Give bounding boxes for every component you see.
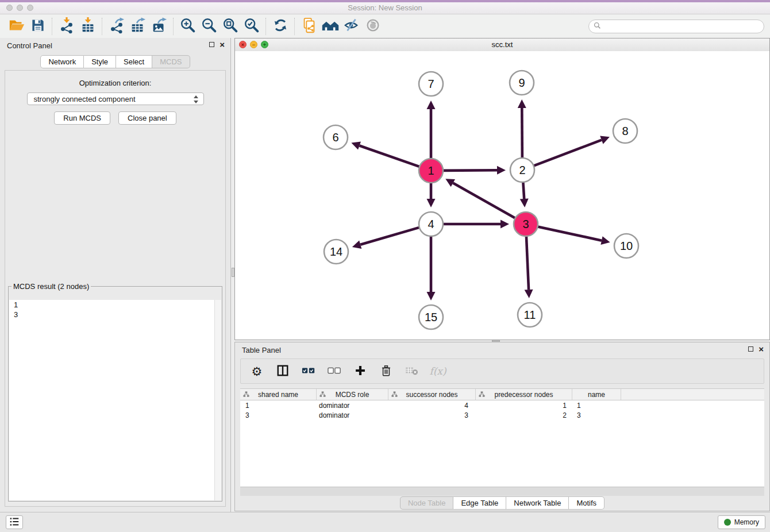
- search-box[interactable]: [588, 20, 764, 33]
- graph-node-8[interactable]: 8: [613, 119, 637, 143]
- function-builder-button[interactable]: f(x): [431, 364, 445, 378]
- graph-edge-2-8[interactable]: [534, 136, 610, 166]
- unchecked-boxes-icon: [328, 367, 341, 376]
- graph-node-15[interactable]: 15: [419, 305, 443, 329]
- memory-label: Memory: [734, 518, 759, 526]
- memory-button[interactable]: Memory: [718, 515, 765, 529]
- network-window-title: scc.txt: [235, 40, 769, 49]
- column-header-successor-nodes[interactable]: successor nodes: [388, 389, 476, 400]
- graph-node-14[interactable]: 14: [324, 240, 348, 264]
- select-all-button[interactable]: [302, 364, 315, 378]
- close-panel-button[interactable]: Close panel: [118, 111, 176, 125]
- main-toolbar: [0, 14, 770, 38]
- hide-selected-button[interactable]: [341, 17, 362, 36]
- clone-network-button[interactable]: [298, 17, 319, 36]
- delete-row-button[interactable]: [379, 364, 393, 378]
- svg-text:11: 11: [524, 309, 536, 321]
- tab-mcds[interactable]: MCDS: [152, 55, 190, 68]
- graph-node-6[interactable]: 6: [324, 125, 348, 149]
- show-all-button[interactable]: [362, 17, 383, 36]
- export-image-button[interactable]: [148, 17, 170, 36]
- graph-edge-4-15[interactable]: [427, 236, 436, 300]
- float-panel-icon[interactable]: [209, 42, 214, 47]
- graph-edge-1-4[interactable]: [427, 183, 436, 207]
- export-image-icon: [151, 17, 168, 36]
- add-row-button[interactable]: [353, 364, 367, 378]
- table-settings-button[interactable]: ⚙: [250, 364, 264, 378]
- graph-edge-2-9[interactable]: [518, 99, 526, 158]
- tab-edge-table[interactable]: Edge Table: [453, 496, 506, 510]
- graph-node-10[interactable]: 10: [614, 234, 638, 258]
- open-session-button[interactable]: [6, 17, 27, 36]
- graph-edge-1-2[interactable]: [443, 166, 506, 175]
- network-canvas[interactable]: 1234678910111415: [235, 51, 769, 340]
- column-header-mcds-role[interactable]: MCDS role: [317, 389, 388, 400]
- column-header-name[interactable]: name: [572, 389, 621, 400]
- zoom-out-button[interactable]: [198, 17, 220, 36]
- graph-edge-3-1[interactable]: [445, 179, 515, 218]
- export-table-button[interactable]: [127, 17, 148, 36]
- table-row[interactable]: 3dominator323: [240, 410, 764, 420]
- graph-node-3[interactable]: 3: [514, 212, 538, 236]
- deselect-all-button[interactable]: [328, 364, 341, 378]
- graph-edge-3-10[interactable]: [538, 226, 610, 245]
- column-header-filler: [621, 389, 764, 400]
- import-table-button[interactable]: [77, 17, 98, 36]
- zoom-in-button[interactable]: [177, 17, 198, 36]
- table-row[interactable]: 1dominator411: [240, 400, 764, 410]
- graph-edge-1-6[interactable]: [351, 141, 419, 167]
- graph-node-1[interactable]: 1: [419, 159, 443, 183]
- svg-text:14: 14: [330, 245, 342, 258]
- tab-network[interactable]: Network: [40, 55, 84, 68]
- mcds-result-list[interactable]: 13: [9, 300, 221, 500]
- toolbar-separator: [294, 18, 295, 35]
- svg-text:3: 3: [522, 218, 529, 230]
- trash-icon: [380, 364, 392, 379]
- delete-table-icon: [405, 365, 419, 377]
- graph-edge-1-7[interactable]: [427, 101, 436, 159]
- run-mcds-button[interactable]: Run MCDS: [54, 111, 110, 125]
- show-columns-button[interactable]: [276, 364, 290, 378]
- toolbar-separator: [173, 18, 174, 35]
- tab-motifs[interactable]: Motifs: [569, 496, 605, 510]
- import-network-button[interactable]: [56, 17, 77, 36]
- task-history-button[interactable]: [6, 515, 23, 529]
- apply-layout-button[interactable]: [270, 17, 291, 36]
- tab-node-table[interactable]: Node Table: [400, 496, 454, 510]
- column-header-shared-name[interactable]: shared name: [240, 389, 317, 400]
- zoom-fit-button[interactable]: [220, 17, 241, 36]
- tab-select[interactable]: Select: [116, 55, 152, 68]
- graph-edge-2-3[interactable]: [520, 182, 529, 207]
- table-horizontal-scrollbar[interactable]: [240, 487, 764, 496]
- graph-edge-4-14[interactable]: [352, 228, 419, 249]
- save-session-button[interactable]: [27, 17, 48, 36]
- first-neighbors-button[interactable]: [319, 17, 341, 36]
- float-table-panel-icon[interactable]: [748, 346, 753, 352]
- graph-node-9[interactable]: 9: [510, 71, 534, 95]
- network-window-titlebar[interactable]: × − + scc.txt: [235, 38, 769, 52]
- toolbar-separator: [102, 18, 102, 35]
- close-panel-icon[interactable]: ×: [220, 41, 225, 48]
- delete-table-button[interactable]: [405, 364, 419, 378]
- mcds-result-line: 3: [9, 310, 221, 319]
- graph-node-7[interactable]: 7: [419, 72, 443, 96]
- svg-text:2: 2: [519, 164, 525, 176]
- export-network-button[interactable]: [106, 17, 127, 36]
- table-header-row[interactable]: shared name MCDS role successor nodes pr…: [240, 388, 764, 400]
- table-body[interactable]: 1dominator4113dominator323: [240, 400, 764, 487]
- import-table-icon: [79, 17, 97, 36]
- tree-icon: [319, 391, 326, 399]
- graph-node-4[interactable]: 4: [419, 212, 443, 236]
- tab-network-table[interactable]: Network Table: [506, 496, 569, 510]
- graph-edge-3-11[interactable]: [525, 236, 533, 298]
- graph-edge-4-3[interactable]: [443, 220, 509, 229]
- tab-style[interactable]: Style: [84, 55, 116, 68]
- criterion-dropdown[interactable]: strongly connected component: [27, 92, 204, 105]
- result-scrollbar[interactable]: [214, 300, 221, 500]
- column-header-predecessor-nodes[interactable]: predecessor nodes: [476, 389, 572, 400]
- close-table-panel-icon[interactable]: ×: [759, 346, 764, 352]
- graph-node-11[interactable]: 11: [518, 303, 542, 327]
- zoom-selected-button[interactable]: [241, 17, 262, 36]
- graph-node-2[interactable]: 2: [510, 158, 534, 182]
- search-input[interactable]: [604, 22, 759, 31]
